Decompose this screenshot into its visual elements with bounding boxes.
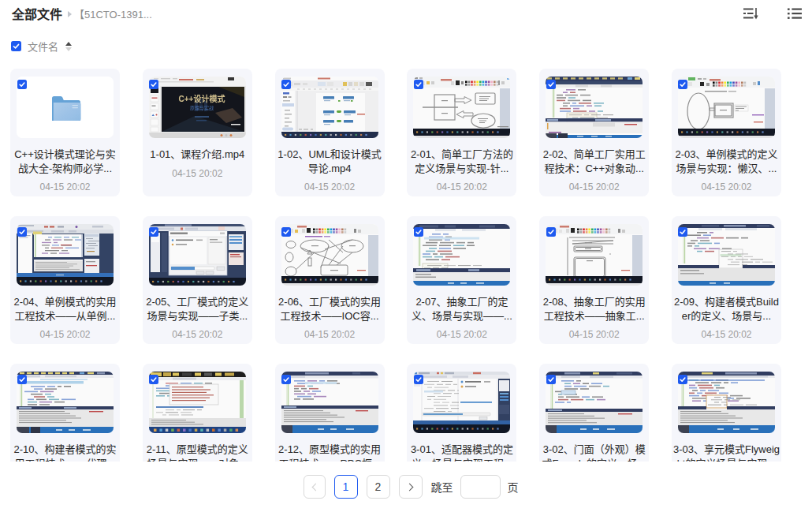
svg-text:C++设计模式: C++设计模式 (178, 94, 225, 103)
svg-text:原理与实战: 原理与实战 (190, 105, 214, 111)
